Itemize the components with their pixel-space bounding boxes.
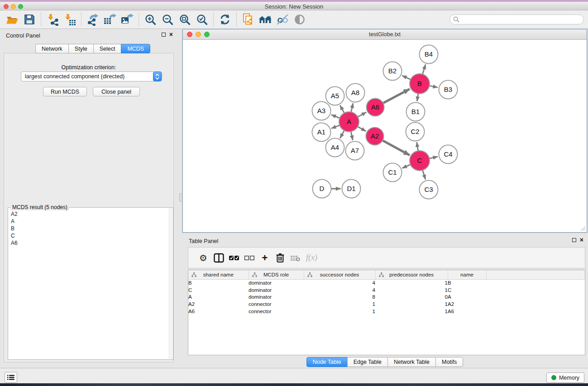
result-list-scrollbar[interactable] [169,208,172,359]
hide-annotations-button[interactable] [274,11,291,28]
column-header-name[interactable]: name [448,270,486,279]
show-annotations-button[interactable] [291,11,308,28]
deselect-all-button[interactable] [242,250,257,266]
tab-network-table[interactable]: Network Table [387,357,436,367]
save-icon [24,14,35,25]
mcds-result-item[interactable]: B [11,225,168,232]
graph-node-B4[interactable]: B4 [420,45,438,64]
column-panel-button[interactable] [211,250,226,266]
graph-node-B[interactable]: B [410,74,430,94]
tab-motifs[interactable]: Motifs [435,357,463,367]
graph-node-B2[interactable]: B2 [383,62,402,81]
status-bar: Memory [0,368,588,383]
criterion-select[interactable]: largest connected component (directed) [21,71,162,81]
graph-node-A3[interactable]: A3 [312,102,331,120]
home-button[interactable] [257,11,274,28]
panel-split-handle[interactable] [179,193,182,202]
close-panel-button[interactable]: Close panel [93,87,140,96]
memory-button[interactable]: Memory [546,372,584,383]
column-panel-icon [214,253,224,263]
zoom-out-button[interactable] [159,11,176,28]
mcds-result-item[interactable]: C [11,232,168,239]
run-mcds-button[interactable]: Run MCDS [43,87,87,96]
delete-column-button[interactable] [272,250,288,266]
tab-mcds[interactable]: MCDS [121,44,150,53]
graph-node-A1[interactable]: A1 [312,123,331,142]
network-document-button[interactable] [239,11,257,28]
tree-hierarchy-icon [191,272,196,277]
delete-table-button[interactable] [288,250,303,266]
svg-text:A7: A7 [351,147,359,154]
mcds-result-item[interactable]: A2 [11,210,168,218]
gear-icon: ⚙ [199,253,207,263]
column-header-successor-nodes[interactable]: successor nodes [304,270,375,279]
table-options-button[interactable]: ⚙ [196,250,211,266]
tab-select[interactable]: Select [93,44,122,53]
tab-edge-table[interactable]: Edge Table [347,357,388,367]
column-header-shared-name[interactable]: shared name [188,270,249,279]
eye-icon [294,14,306,25]
control-panel-header: Control Panel × [1,30,177,42]
graph-node-B3[interactable]: B3 [439,81,458,99]
export-table-icon [104,14,117,26]
graph-node-A6[interactable]: A6 [367,99,384,116]
window-resize-grip[interactable] [580,225,586,231]
import-network-button[interactable] [44,11,61,28]
network-graph-canvas[interactable]: B4B2BB3A8A5A6A3B1AC2A1A2A4A7C4CC1DD1C3 [183,40,587,232]
export-image-button[interactable] [119,11,136,28]
mcds-result-item[interactable]: A6 [11,239,168,247]
export-image-icon [121,14,134,26]
graph-node-A2[interactable]: A2 [366,128,384,145]
import-table-button[interactable] [61,11,78,28]
save-session-button[interactable] [21,11,38,28]
function-builder-button[interactable]: f(x) [306,253,317,262]
network-window-titlebar[interactable]: testGlobe.txt [183,29,587,40]
graph-node-C3[interactable]: C3 [420,181,438,199]
close-table-panel-icon[interactable]: × [580,238,583,243]
graph-node-A7[interactable]: A7 [346,142,364,160]
graph-node-D1[interactable]: D1 [342,180,361,198]
select-all-button[interactable] [226,250,242,266]
svg-text:C1: C1 [388,168,397,176]
float-panel-icon[interactable] [162,33,166,37]
column-header-predecessor-nodes[interactable]: predecessor nodes [375,270,448,279]
graph-node-C1[interactable]: C1 [383,163,402,182]
zoom-fit-button[interactable] [176,11,193,28]
column-header-MCDS-role[interactable]: MCDS role [249,270,304,279]
table-row[interactable]: Cdominator41C [188,286,585,294]
search-input[interactable] [449,14,584,24]
graph-node-C4[interactable]: C4 [439,145,458,164]
memory-label: Memory [559,375,579,381]
table-row[interactable]: A6connector11A6 [188,308,585,315]
graph-node-B1[interactable]: B1 [406,103,425,121]
tab-network[interactable]: Network [35,44,69,53]
zoom-selected-button[interactable] [193,11,210,28]
graph-node-A5[interactable]: A5 [326,87,344,105]
tab-style[interactable]: Style [68,44,94,53]
table-row[interactable]: Bdominator41B [188,279,585,286]
node-table[interactable]: shared nameMCDS rolesuccessor nodesprede… [188,270,585,355]
session-titlebar[interactable]: Session: New Session [0,2,588,10]
mcds-result-item[interactable]: A [11,218,168,225]
add-column-button[interactable]: + [257,250,272,266]
export-table-button[interactable] [101,11,119,28]
zoom-in-button[interactable] [142,11,159,28]
graph-node-A8[interactable]: A8 [346,84,365,102]
graph-node-C2[interactable]: C2 [406,123,425,141]
graph-node-C[interactable]: C [410,151,430,171]
graph-node-A[interactable]: A [339,112,359,132]
close-panel-icon[interactable]: × [169,32,173,37]
select-all-icon [229,255,239,261]
task-history-button[interactable] [5,372,17,383]
export-network-button[interactable] [84,11,101,28]
graph-node-A4[interactable]: A4 [326,138,344,157]
network-view-window[interactable]: testGlobe.txt B4B2BB3A8A5A6A3B1AC2A1A2A4… [182,29,587,233]
mcds-result-list[interactable]: A2ABCA6 [9,209,168,359]
refresh-button[interactable] [216,11,234,28]
graph-node-D[interactable]: D [313,180,331,198]
float-table-panel-icon[interactable] [572,238,576,242]
tab-node-table[interactable]: Node Table [306,357,348,367]
table-row[interactable]: Adominator80A [188,293,585,300]
table-row[interactable]: A2connector11A2 [188,300,585,308]
open-file-button[interactable] [4,11,21,28]
